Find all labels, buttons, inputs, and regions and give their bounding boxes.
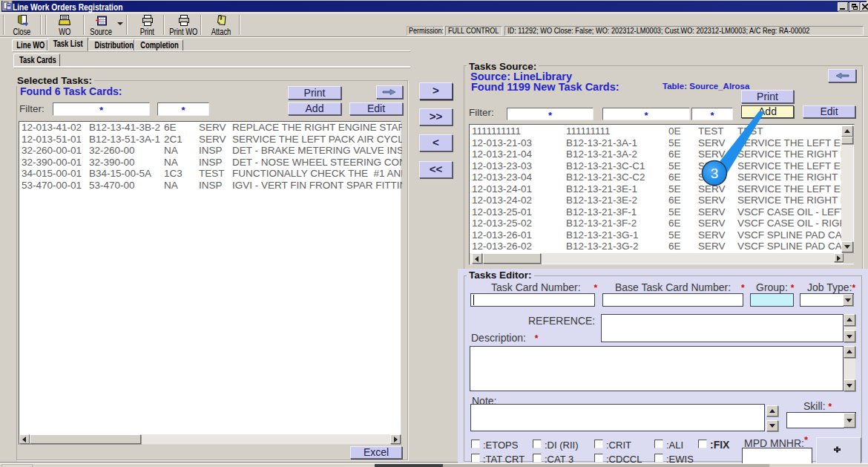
svg-text:3: 3 [711, 166, 719, 181]
